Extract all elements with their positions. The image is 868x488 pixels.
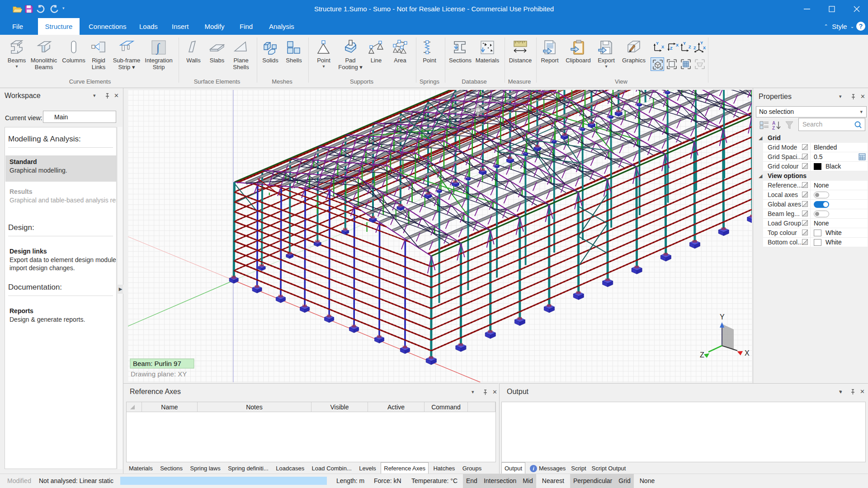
svg-text:X: X xyxy=(703,46,706,50)
svg-text:X: X xyxy=(661,45,664,49)
svg-text:Z: Z xyxy=(693,46,696,50)
svg-text:Z: Z xyxy=(772,126,775,130)
svg-text:Z: Z xyxy=(670,46,673,51)
svg-text:Z: Z xyxy=(700,351,704,359)
svg-text:Y: Y xyxy=(656,41,659,46)
svg-text:Beam: Purlin 97: Beam: Purlin 97 xyxy=(133,360,181,367)
svg-text:Z: Z xyxy=(689,45,691,49)
svg-text:A: A xyxy=(772,121,775,126)
svg-text:Y: Y xyxy=(720,313,725,321)
svg-text:Y: Y xyxy=(700,41,703,45)
svg-text:Drawing plane: XY: Drawing plane: XY xyxy=(131,370,187,378)
svg-text:X: X xyxy=(745,349,750,357)
svg-text:Y: Y xyxy=(683,41,686,46)
